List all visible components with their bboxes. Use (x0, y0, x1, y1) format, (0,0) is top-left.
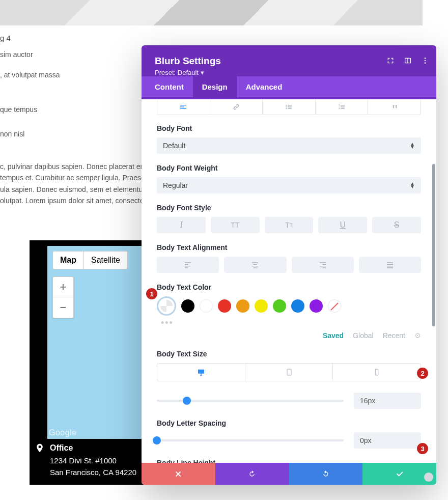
device-tablet-tab[interactable] (245, 364, 333, 381)
modal-footer (142, 463, 436, 485)
letter-spacing-input[interactable]: 0px (354, 432, 421, 449)
google-logo: Google (49, 428, 77, 437)
modal-preset-dropdown[interactable]: Preset: Default ▾ (155, 69, 423, 76)
color-swatch-red[interactable] (218, 299, 231, 313)
bg-heading: g 4 (0, 32, 11, 44)
align-justify-button[interactable] (359, 257, 421, 273)
zoom-controls: + − (52, 276, 74, 318)
device-phone-tab[interactable] (333, 364, 421, 381)
map-type-satellite-button[interactable]: Satellite (84, 251, 128, 269)
color-swatch-row (157, 296, 421, 316)
svg-point-4 (286, 106, 287, 107)
quote-tab[interactable] (368, 99, 421, 115)
palette-tab-global[interactable]: Global (353, 331, 373, 340)
svg-point-3 (286, 105, 287, 106)
palette-tabs: Saved Global Recent ⚙ (157, 331, 421, 340)
more-colors-icon[interactable]: ••• (161, 318, 421, 328)
palette-tab-saved[interactable]: Saved (323, 331, 344, 340)
map-type-controls: Map Satellite (52, 251, 128, 269)
body-font-value: Default (163, 142, 185, 150)
tab-design[interactable]: Design (193, 76, 237, 97)
body-font-weight-select[interactable]: Regular ▲▼ (157, 177, 421, 193)
italic-button[interactable]: I (157, 217, 206, 233)
help-icon[interactable] (424, 473, 433, 482)
zoom-in-button[interactable]: + (53, 277, 73, 297)
ol-tab[interactable] (316, 99, 369, 115)
body-font-select[interactable]: Default ▲▼ (157, 137, 421, 154)
scrollbar-thumb[interactable] (432, 164, 435, 326)
color-swatch-blue[interactable] (291, 299, 304, 313)
select-caret-icon: ▲▼ (410, 182, 415, 188)
color-swatch-green[interactable] (273, 299, 286, 313)
bg-line: sim auctor (0, 49, 33, 60)
font-style-buttons: I TT TT U S (157, 217, 421, 233)
text-size-input[interactable]: 16px (354, 393, 421, 409)
responsive-device-tabs (157, 363, 421, 381)
color-swatch-yellow[interactable] (255, 299, 268, 313)
label-body-letter-spacing: Body Letter Spacing (157, 419, 421, 427)
device-desktop-tab[interactable] (157, 364, 245, 381)
annotation-badge-3: 3 (417, 443, 428, 454)
label-body-line-height: Body Line Height (157, 459, 421, 463)
palette-tab-recent[interactable]: Recent (383, 331, 405, 340)
expand-icon[interactable] (386, 57, 395, 67)
tab-advanced[interactable]: Advanced (246, 76, 283, 97)
svg-point-1 (425, 60, 426, 62)
modal-body: Body Font Default ▲▼ Body Font Weight Re… (142, 99, 436, 463)
svg-point-2 (425, 62, 426, 64)
slider-thumb[interactable] (183, 397, 191, 405)
uppercase-button[interactable]: TT (211, 217, 260, 233)
smallcaps-button[interactable]: TT (265, 217, 314, 233)
label-body-font: Body Font (157, 124, 421, 132)
svg-point-0 (425, 58, 426, 59)
bg-paragraph: c, pulvinar dapibus sapien. Donec placer… (0, 161, 151, 207)
link-tab[interactable] (210, 99, 263, 115)
text-alignment-buttons (157, 257, 421, 273)
align-left-button[interactable] (157, 257, 219, 273)
label-body-text-color: Body Text Color (157, 283, 421, 291)
paragraph-tab[interactable] (157, 99, 210, 115)
color-swatch-orange[interactable] (236, 299, 249, 313)
align-center-button[interactable] (224, 257, 286, 273)
select-caret-icon: ▲▼ (410, 143, 415, 149)
background-header-banner (0, 0, 423, 25)
modal-title: Blurb Settings (155, 55, 423, 67)
color-picker-button[interactable] (157, 296, 176, 316)
map-pin-icon (30, 440, 50, 485)
bg-line: non nisl (0, 128, 24, 140)
undo-button[interactable] (215, 463, 289, 485)
body-font-weight-value: Regular (163, 181, 188, 189)
text-size-slider-row: 16px (157, 393, 421, 409)
letter-spacing-slider[interactable] (157, 439, 344, 441)
color-swatch-black[interactable] (181, 299, 194, 313)
svg-point-9 (377, 374, 377, 374)
slider-thumb[interactable] (153, 436, 161, 445)
kebab-menu-icon[interactable] (421, 57, 429, 67)
label-body-font-weight: Body Font Weight (157, 164, 421, 172)
letter-spacing-slider-row: 0px (157, 432, 421, 449)
tab-content[interactable]: Content (155, 76, 184, 97)
text-size-slider[interactable] (157, 400, 344, 402)
cancel-button[interactable] (142, 463, 215, 485)
color-swatch-purple[interactable] (310, 299, 323, 313)
strikethrough-button[interactable]: S (372, 217, 421, 233)
annotation-badge-1: 1 (146, 288, 157, 299)
align-right-button[interactable] (292, 257, 354, 273)
svg-point-5 (286, 108, 287, 109)
color-swatch-none[interactable] (328, 299, 341, 313)
redo-button[interactable] (289, 463, 363, 485)
map-type-map-button[interactable]: Map (52, 251, 84, 269)
panel-icon[interactable] (404, 57, 412, 67)
zoom-out-button[interactable]: − (53, 297, 73, 318)
underline-button[interactable]: U (318, 217, 367, 233)
label-body-font-style: Body Font Style (157, 204, 421, 212)
svg-point-7 (289, 374, 289, 374)
label-body-text-size: Body Text Size (157, 350, 421, 358)
annotation-badge-2: 2 (417, 368, 428, 379)
palette-settings-icon[interactable]: ⚙ (414, 331, 421, 340)
color-swatch-white[interactable] (200, 299, 213, 313)
bg-line: que tempus (0, 104, 37, 115)
modal-header: Blurb Settings Preset: Default ▾ Content… (142, 45, 436, 99)
ul-tab[interactable] (263, 99, 316, 115)
text-element-tabbar (157, 99, 421, 115)
